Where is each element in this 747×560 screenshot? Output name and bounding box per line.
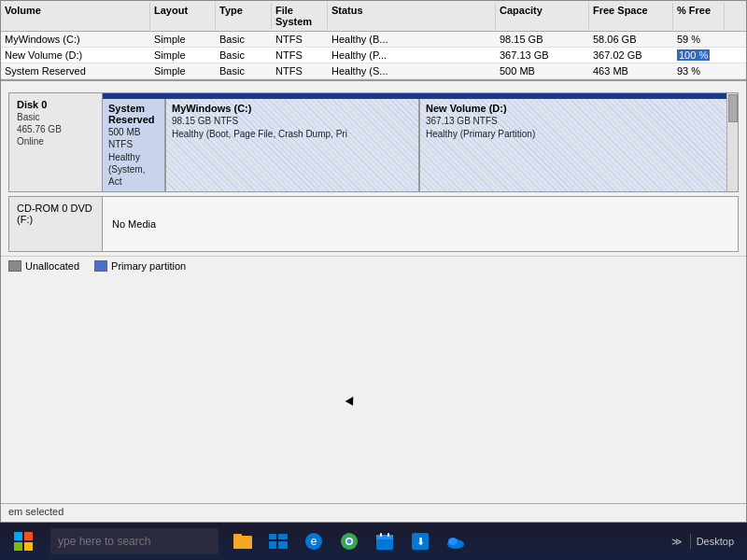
- taskbar-app-chrome[interactable]: [332, 525, 366, 558]
- disk-management-window: Volume Layout Type File System Status Ca…: [0, 0, 747, 523]
- svg-rect-1: [233, 534, 242, 538]
- cell-volume: System Reserved: [1, 63, 150, 78]
- taskbar-app-task-view[interactable]: [261, 525, 295, 558]
- taskbar: e ⬇: [0, 523, 747, 560]
- partition-size: 98.15 GB NTFS: [172, 115, 413, 127]
- taskbar-app-file-explorer[interactable]: [226, 525, 260, 558]
- svg-rect-4: [269, 541, 276, 549]
- disk0-row: Disk 0 Basic 465.76 GB Online System Res…: [8, 92, 739, 192]
- partition-size: 367.13 GB NTFS: [426, 115, 732, 127]
- partition-system-reserved[interactable]: System Reserved 500 MB NTFS Healthy (Sys…: [103, 99, 166, 191]
- svg-rect-3: [278, 534, 288, 539]
- cell-pct: 59 %: [673, 32, 725, 47]
- disk0-status: Online: [17, 136, 94, 147]
- task-view-icon: [267, 530, 289, 553]
- legend-primary-label: Primary partition: [111, 260, 186, 272]
- cell-free: 463 MB: [589, 63, 673, 78]
- cdrom-body: No Media: [103, 197, 738, 251]
- partitions-row: System Reserved 500 MB NTFS Healthy (Sys…: [103, 99, 738, 191]
- show-desktop-button[interactable]: Desktop: [690, 534, 740, 549]
- cell-volume: New Volume (D:): [1, 48, 150, 63]
- status-bar: em selected: [1, 503, 746, 522]
- disk0-type: Basic: [17, 112, 94, 122]
- cell-type: Basic: [216, 32, 272, 47]
- table-row[interactable]: System Reserved Simple Basic NTFS Health…: [1, 63, 746, 79]
- partition-name: New Volume (D:): [426, 103, 732, 114]
- table-header: Volume Layout Type File System Status Ca…: [1, 1, 746, 32]
- cell-volume: MyWindows (C:): [1, 32, 150, 47]
- col-header-capacity: Capacity: [496, 3, 589, 29]
- col-header-status: Status: [328, 3, 496, 29]
- partition-status: Healthy (Boot, Page File, Crash Dump, Pr…: [172, 128, 413, 140]
- cell-free: 367.02 GB: [589, 48, 673, 63]
- cell-fs: NTFS: [272, 32, 328, 47]
- partition-status: Healthy (Primary Partition): [426, 128, 732, 140]
- cell-status: Healthy (P...: [328, 48, 496, 63]
- cell-layout: Simple: [150, 32, 216, 47]
- legend-area: Unallocated Primary partition: [1, 256, 746, 275]
- partition-mywindows[interactable]: MyWindows (C:) 98.15 GB NTFS Healthy (Bo…: [166, 99, 420, 191]
- cell-capacity: 367.13 GB: [496, 48, 589, 63]
- store-icon: ⬇: [409, 530, 431, 553]
- scrollbar-thumb[interactable]: [728, 94, 738, 122]
- cell-type: Basic: [216, 48, 272, 63]
- cdrom-info: CD-ROM 0 DVD (F:): [9, 197, 103, 251]
- edge-browser-icon: e: [303, 530, 325, 553]
- taskbar-app-store[interactable]: ⬇: [403, 525, 437, 558]
- chrome-icon: [338, 530, 360, 553]
- mouse-cursor: [345, 397, 358, 408]
- col-header-volume: Volume: [1, 3, 150, 29]
- col-header-layout: Layout: [150, 3, 216, 29]
- volume-list-panel: Volume Layout Type File System Status Ca…: [1, 1, 746, 81]
- onedrive-icon: [444, 530, 467, 553]
- cell-pct: 100 %: [673, 48, 725, 63]
- calendar-icon: [374, 530, 396, 553]
- partition-name: MyWindows (C:): [172, 103, 413, 114]
- cell-fs: NTFS: [272, 63, 328, 78]
- svg-rect-5: [278, 541, 288, 549]
- cell-layout: Simple: [150, 63, 216, 78]
- partition-size: 500 MB NTFS: [108, 126, 159, 150]
- svg-point-18: [448, 538, 458, 545]
- table-row[interactable]: New Volume (D:) Simple Basic NTFS Health…: [1, 48, 746, 63]
- col-header-fs: File System: [272, 3, 328, 29]
- svg-rect-2: [269, 534, 276, 539]
- legend-primary-box: [94, 260, 107, 272]
- file-explorer-icon: [232, 530, 254, 553]
- partition-name: System Reserved: [108, 103, 159, 125]
- partition-new-volume[interactable]: New Volume (D:) 367.13 GB NTFS Healthy (…: [420, 99, 738, 191]
- legend-primary: Primary partition: [94, 260, 186, 272]
- taskbar-right-area: ≫ Desktop: [671, 534, 747, 549]
- col-header-pct: % Free: [673, 3, 725, 29]
- cell-layout: Simple: [150, 48, 216, 63]
- taskbar-app-onedrive[interactable]: [439, 525, 472, 558]
- status-text: em selected: [8, 506, 63, 517]
- cdrom-row: CD-ROM 0 DVD (F:) No Media: [8, 196, 739, 252]
- taskbar-app-calendar[interactable]: [368, 525, 402, 558]
- cell-fs: NTFS: [272, 48, 328, 63]
- cell-status: Healthy (S...: [328, 63, 496, 78]
- taskbar-app-edge[interactable]: e: [297, 525, 331, 558]
- legend-unallocated: Unallocated: [8, 260, 79, 272]
- taskbar-time: ≫: [671, 536, 683, 548]
- legend-unallocated-label: Unallocated: [25, 260, 79, 272]
- cell-capacity: 98.15 GB: [496, 32, 589, 47]
- disk0-name: Disk 0: [17, 99, 94, 110]
- svg-text:⬇: ⬇: [416, 536, 425, 547]
- svg-point-10: [347, 539, 352, 544]
- svg-rect-13: [380, 533, 382, 537]
- disk0-partitions: System Reserved 500 MB NTFS Healthy (Sys…: [103, 93, 738, 191]
- svg-rect-12: [376, 535, 393, 539]
- cdrom-status: No Media: [112, 218, 156, 230]
- cell-pct: 93 %: [673, 63, 725, 78]
- table-row[interactable]: MyWindows (C:) Simple Basic NTFS Healthy…: [1, 32, 746, 48]
- cell-capacity: 500 MB: [496, 63, 589, 78]
- windows-logo-icon: [14, 532, 33, 551]
- vertical-scrollbar[interactable]: [726, 93, 738, 191]
- start-button[interactable]: [0, 523, 47, 560]
- taskbar-search-input[interactable]: [50, 528, 218, 554]
- taskbar-apps-area: e ⬇: [226, 525, 671, 558]
- svg-rect-0: [233, 536, 252, 549]
- graphical-disk-view: Disk 0 Basic 465.76 GB Online System Res…: [1, 81, 746, 503]
- cell-status: Healthy (B...: [328, 32, 496, 47]
